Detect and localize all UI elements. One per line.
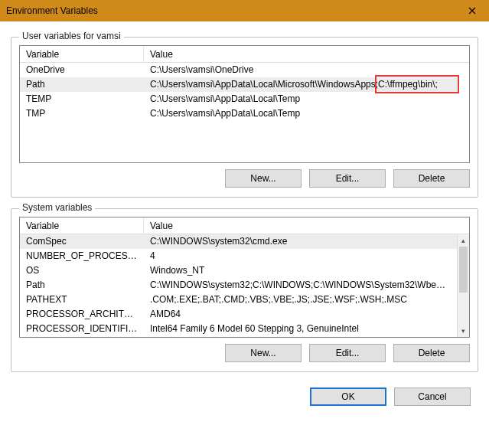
content: User variables for vamsi Variable Value …	[0, 21, 489, 384]
delete-button[interactable]: Delete	[393, 344, 470, 362]
edit-button[interactable]: Edit...	[309, 344, 386, 362]
list-row[interactable]: TMP C:\Users\vamsi\AppData\Local\Temp	[20, 106, 457, 121]
list-body: ComSpec C:\WINDOWS\system32\cmd.exe NUMB…	[20, 234, 457, 337]
list-row[interactable]: ComSpec C:\WINDOWS\system32\cmd.exe	[20, 234, 457, 249]
list-header: Variable Value	[20, 217, 469, 234]
cell-val: C:\Users\vamsi\AppData\Local\Temp	[144, 106, 457, 121]
list-header: Variable Value	[20, 46, 469, 63]
list-row[interactable]: Path C:\WINDOWS\system32;C:\WINDOWS;C:\W…	[20, 278, 457, 293]
cell-var: PROCESSOR_IDENTIFIER	[20, 322, 144, 336]
cell-var: OS	[20, 263, 144, 278]
cell-var: TEMP	[20, 92, 144, 106]
cell-val: Intel64 Family 6 Model 60 Stepping 3, Ge…	[144, 322, 457, 336]
cell-val: C:\Users\vamsi\AppData\Local\Microsoft\W…	[144, 77, 457, 92]
new-button[interactable]: New...	[225, 344, 302, 362]
user-variables-list[interactable]: Variable Value OneDrive C:\Users\vamsi\O…	[19, 45, 470, 163]
cell-var: PROCESSOR_ARCHITECTURE	[20, 307, 144, 322]
delete-button[interactable]: Delete	[393, 169, 470, 188]
cell-var: OneDrive	[20, 63, 144, 77]
system-variables-list[interactable]: Variable Value ComSpec C:\WINDOWS\system…	[19, 217, 470, 338]
cancel-button[interactable]: Cancel	[394, 388, 471, 406]
list-row[interactable]: PROCESSOR_IDENTIFIER Intel64 Family 6 Mo…	[20, 322, 457, 336]
cell-var: Path	[20, 77, 144, 92]
list-row[interactable]: NUMBER_OF_PROCESSORS 4	[20, 249, 457, 263]
edit-button[interactable]: Edit...	[309, 169, 386, 188]
list-row[interactable]: Path C:\Users\vamsi\AppData\Local\Micros…	[20, 77, 457, 92]
new-button[interactable]: New...	[225, 169, 302, 188]
window-title: Environment Variables	[6, 5, 98, 16]
column-value[interactable]: Value	[144, 46, 469, 62]
scroll-down-icon[interactable]: ▾	[458, 325, 469, 337]
list-row[interactable]: PATHEXT .COM;.EXE;.BAT;.CMD;.VBS;.VBE;.J…	[20, 293, 457, 307]
column-variable[interactable]: Variable	[20, 46, 144, 62]
dialog-buttons: OK Cancel	[0, 384, 489, 414]
list-body: OneDrive C:\Users\vamsi\OneDrive Path C:…	[20, 63, 457, 162]
ok-button[interactable]: OK	[310, 388, 386, 406]
system-buttons: New... Edit... Delete	[19, 344, 470, 362]
cell-var: Path	[20, 278, 144, 293]
list-row[interactable]: PROCESSOR_ARCHITECTURE AMD64	[20, 307, 457, 322]
system-variables-legend: System variables	[19, 202, 95, 213]
cell-var: TMP	[20, 106, 144, 121]
cell-val: Windows_NT	[144, 263, 457, 278]
cell-val: C:\Users\vamsi\OneDrive	[144, 63, 457, 77]
cell-val: 4	[144, 249, 457, 263]
user-variables-legend: User variables for vamsi	[19, 31, 124, 41]
user-buttons: New... Edit... Delete	[19, 169, 470, 188]
titlebar: Environment Variables	[0, 0, 489, 21]
cell-var: ComSpec	[20, 234, 144, 249]
user-variables-group: User variables for vamsi Variable Value …	[11, 37, 478, 198]
cell-val: C:\WINDOWS\system32\cmd.exe	[144, 234, 457, 249]
cell-val: AMD64	[144, 307, 457, 322]
cell-val: C:\WINDOWS\system32;C:\WINDOWS;C:\WINDOW…	[144, 278, 457, 293]
scrollbar[interactable]: ▴ ▾	[457, 234, 469, 337]
column-value[interactable]: Value	[144, 217, 469, 234]
list-row[interactable]: OS Windows_NT	[20, 263, 457, 278]
list-row[interactable]: TEMP C:\Users\vamsi\AppData\Local\Temp	[20, 92, 457, 106]
column-variable[interactable]: Variable	[20, 217, 144, 234]
system-variables-group: System variables Variable Value ComSpec …	[11, 208, 478, 372]
close-icon	[468, 7, 476, 15]
cell-var: PATHEXT	[20, 293, 144, 307]
cell-val: .COM;.EXE;.BAT;.CMD;.VBS;.VBE;.JS;.JSE;.…	[144, 293, 457, 307]
cell-var: NUMBER_OF_PROCESSORS	[20, 249, 144, 263]
list-row[interactable]: OneDrive C:\Users\vamsi\OneDrive	[20, 63, 457, 77]
close-button[interactable]	[455, 0, 489, 21]
cell-val: C:\Users\vamsi\AppData\Local\Temp	[144, 92, 457, 106]
scroll-up-icon[interactable]: ▴	[458, 234, 469, 247]
scroll-thumb[interactable]	[459, 247, 468, 293]
